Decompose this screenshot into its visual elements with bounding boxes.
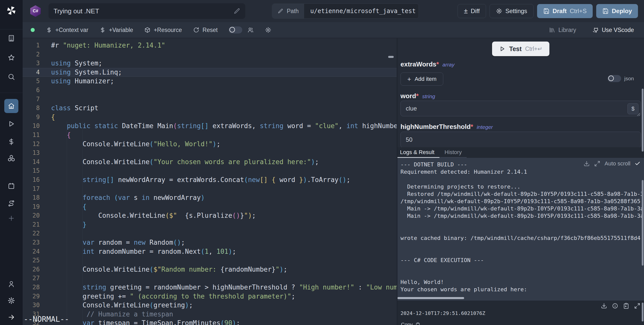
add-item-button[interactable]: + Add item <box>400 73 443 86</box>
form-scrollbar[interactable] <box>642 89 643 152</box>
add-resource-button[interactable]: +Resource <box>144 27 182 33</box>
reset-button[interactable]: Reset <box>193 27 218 33</box>
sidebar-item-workspace[interactable] <box>8 34 15 42</box>
edit-title-pencil-icon[interactable] <box>234 8 240 14</box>
tab-history[interactable]: History <box>439 147 467 158</box>
code-line[interactable]: 11 { <box>23 131 397 140</box>
json-toggle[interactable] <box>608 75 621 82</box>
sidebar-item-flows[interactable] <box>8 200 15 207</box>
sidebar-item-settings[interactable] <box>8 297 15 304</box>
code-line[interactable]: 29 greeting += " (according to the thres… <box>23 292 397 301</box>
diff-button[interactable]: ± Diff <box>458 4 486 18</box>
line-number: 17 <box>23 185 40 194</box>
download-logs-icon[interactable] <box>583 160 590 167</box>
log-horizontal-scrollbar[interactable] <box>397 297 464 299</box>
log-output[interactable]: --- DOTNET BUILD --- Requirement detecte… <box>397 158 644 293</box>
code-line[interactable]: 27 <box>23 274 397 283</box>
code-line[interactable]: 22 <box>23 229 397 238</box>
settings-button[interactable]: Settings <box>490 4 534 18</box>
sidebar-item-runs[interactable] <box>8 120 15 128</box>
edit-path-pencil-icon[interactable] <box>278 8 283 14</box>
code-line[interactable]: 2 <box>23 50 397 59</box>
script-title[interactable]: Trying out .NET <box>54 7 234 15</box>
code-line[interactable]: 18 foreach (var s in newWordArray) <box>23 193 397 202</box>
expand-logs-icon[interactable] <box>594 160 600 167</box>
draft-button[interactable]: Draft Ctrl+S <box>537 4 593 18</box>
code-line[interactable]: 17 <box>23 185 397 194</box>
sidebar-item-search[interactable] <box>8 73 15 81</box>
code-line[interactable]: 32 var timespan = TimeSpan.FromMinutes(9… <box>23 319 397 325</box>
add-context-var-button[interactable]: +Context var <box>46 27 88 33</box>
test-button[interactable]: Test Ctrl+↵ <box>492 42 549 56</box>
log-scrollbar[interactable] <box>642 180 643 266</box>
code-line[interactable]: 25 <box>23 256 397 265</box>
code-line[interactable]: 19 { <box>23 202 397 211</box>
clipboard-icon[interactable] <box>623 303 629 309</box>
script-title-box[interactable]: Trying out .NET <box>49 3 245 19</box>
sidebar-item-schedules[interactable] <box>8 182 15 190</box>
panel-resize-handle[interactable] <box>388 56 394 58</box>
calendar-icon <box>8 182 15 190</box>
code-line[interactable]: 15 <box>23 166 397 175</box>
package-icon <box>144 27 151 33</box>
toggle-knob <box>608 76 614 81</box>
fullscreen-icon[interactable] <box>634 303 640 309</box>
highnumberthreshold-input[interactable] <box>400 132 641 148</box>
tab-logs-result[interactable]: Logs & Result <box>397 147 439 158</box>
add-variable-button[interactable]: +Variable <box>99 27 133 33</box>
sidebar-item-resources[interactable] <box>8 154 15 162</box>
code-line[interactable]: 8class Script <box>23 104 397 113</box>
copy-result-button[interactable]: Copy <box>401 322 420 325</box>
word-input[interactable] <box>400 101 641 116</box>
download-result-icon[interactable] <box>601 303 607 309</box>
code-line[interactable]: 16 string[] newWordArray = extraWords.Co… <box>23 175 397 185</box>
add-item-label: Add item <box>415 76 436 82</box>
sidebar-item-favorites[interactable] <box>8 54 15 61</box>
code-line[interactable]: 28 string greeting = randomNumber > high… <box>23 283 397 292</box>
code-line[interactable]: 31 // Humanize a timespan <box>23 310 397 319</box>
use-vscode-button[interactable]: Use VScode <box>592 27 634 33</box>
code-editor[interactable]: 1#r "nuget: Humanizer, 2.14.1"23using Sy… <box>23 38 397 325</box>
deploy-button[interactable]: Deploy <box>596 4 638 18</box>
code-line[interactable]: 9{ <box>23 113 397 122</box>
code-line[interactable]: 6 <box>23 86 397 95</box>
sidebar-item-account[interactable] <box>8 280 15 288</box>
path-field[interactable]: Path u/etienne/microsoft_java_test <box>272 4 419 19</box>
check-icon[interactable] <box>634 161 640 167</box>
editor-settings-gear-icon[interactable] <box>265 27 271 33</box>
code-line[interactable]: 13 <box>23 149 397 158</box>
code-line[interactable]: 1#r "nuget: Humanizer, 2.14.1" <box>23 41 397 50</box>
code-line[interactable]: 24 int randomNumber = random.Next(1, 101… <box>23 247 397 256</box>
result-area: 2024-12-10T17:29:51.6021076Z Copy <box>397 301 644 325</box>
collaboration-toggle[interactable] <box>229 26 242 33</box>
code-line[interactable]: 4using System.Linq; <box>23 68 397 77</box>
library-button[interactable]: Library <box>549 27 576 33</box>
code-line[interactable]: 5using Humanizer; <box>23 77 397 86</box>
code-text: class Script <box>40 104 98 113</box>
sidebar-item-home[interactable] <box>8 102 15 110</box>
json-toggle-label: json <box>624 76 634 82</box>
dollar-icon: $ <box>631 105 634 112</box>
sidebar-collapse[interactable] <box>8 313 15 321</box>
path-value[interactable]: u/etienne/microsoft_java_test <box>304 8 416 15</box>
code-line[interactable]: 10 public static DateTime Main(string[] … <box>23 122 397 131</box>
code-line[interactable]: 7 <box>23 95 397 104</box>
path-chip[interactable]: Path <box>272 4 304 18</box>
code-line[interactable]: 21 } <box>23 220 397 229</box>
code-text: string[] newWordArray = extraWords.Conca… <box>40 175 350 185</box>
code-line[interactable]: 14 Console.WriteLine("Your chosen words … <box>23 158 397 167</box>
code-text <box>40 149 51 158</box>
code-line[interactable]: 3using System; <box>23 59 397 68</box>
code-line[interactable]: 30 Console.WriteLine(greeting); <box>23 301 397 310</box>
line-number: 9 <box>23 113 40 122</box>
textarea-resize-handle[interactable] <box>637 113 640 116</box>
code-line[interactable]: 20 Console.WriteLine($" {s.Pluralize()}"… <box>23 211 397 220</box>
home-icon <box>8 102 15 110</box>
result-scrollbar[interactable] <box>642 303 643 321</box>
sidebar-item-add[interactable] <box>8 214 15 222</box>
code-line[interactable]: 12 Console.WriteLine("Hello, World!"); <box>23 140 397 149</box>
sidebar-item-variables[interactable] <box>8 138 15 146</box>
code-line[interactable]: 26 Console.WriteLine($"Random number: {r… <box>23 265 397 274</box>
code-line[interactable]: 23 var random = new Random(); <box>23 238 397 247</box>
info-icon[interactable] <box>612 303 618 309</box>
